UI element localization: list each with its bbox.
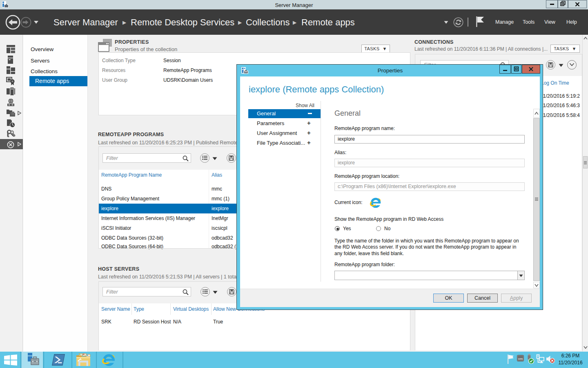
- svg-text:vm: vm: [518, 357, 523, 361]
